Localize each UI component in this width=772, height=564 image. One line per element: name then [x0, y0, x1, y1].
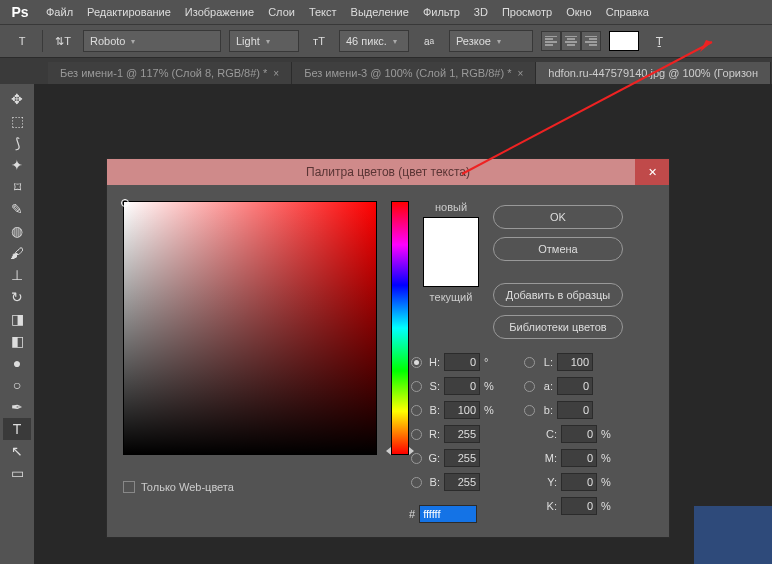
menu-layers[interactable]: Слои — [268, 6, 295, 18]
font-size-dropdown[interactable]: 46 пикс.▾ — [339, 30, 409, 52]
aa-icon: aa — [417, 29, 441, 53]
warp-text-icon[interactable]: Ṯ — [647, 29, 671, 53]
document-tabs: Без имени-1 @ 117% (Слой 8, RGB/8#) *× Б… — [0, 58, 772, 84]
crop-tool-icon[interactable]: ⌑ — [3, 176, 31, 198]
tools-panel: ✥ ⬚ ⟆ ✦ ⌑ ✎ ◍ 🖌 ⊥ ↻ ◨ ◧ ● ○ ✒ T ↖ ▭ — [0, 84, 34, 484]
radio-l[interactable] — [524, 357, 535, 368]
dodge-tool-icon[interactable]: ○ — [3, 374, 31, 396]
g-input[interactable] — [444, 449, 480, 467]
gradient-tool-icon[interactable]: ◧ — [3, 330, 31, 352]
doc-tab-3[interactable]: hdfon.ru-447579140.jpg @ 100% (Горизон — [536, 62, 771, 84]
radio-lab-b[interactable] — [524, 405, 535, 416]
cancel-button[interactable]: Отмена — [493, 237, 623, 261]
close-icon[interactable]: × — [273, 68, 279, 79]
hue-slider[interactable] — [391, 201, 409, 455]
app-logo: Ps — [8, 2, 32, 22]
options-bar: T ⇅T Roboto▾ Light▾ тТ 46 пикс.▾ aa Резк… — [0, 24, 772, 58]
blur-tool-icon[interactable]: ● — [3, 352, 31, 374]
doc-tab-1[interactable]: Без имени-1 @ 117% (Слой 8, RGB/8#) *× — [48, 62, 292, 84]
new-label: новый — [435, 201, 467, 213]
ok-button[interactable]: OK — [493, 205, 623, 229]
r-input[interactable] — [444, 425, 480, 443]
hue-marker — [386, 447, 414, 455]
align-right-icon[interactable] — [581, 31, 601, 51]
add-swatch-button[interactable]: Добавить в образцы — [493, 283, 623, 307]
menu-edit[interactable]: Редактирование — [87, 6, 171, 18]
lasso-tool-icon[interactable]: ⟆ — [3, 132, 31, 154]
a-input[interactable] — [557, 377, 593, 395]
hex-label: # — [409, 508, 415, 520]
history-brush-icon[interactable]: ↻ — [3, 286, 31, 308]
hex-input[interactable] — [419, 505, 477, 523]
radio-r[interactable] — [411, 429, 422, 440]
menu-file[interactable]: Файл — [46, 6, 73, 18]
color-libraries-button[interactable]: Библиотеки цветов — [493, 315, 623, 339]
new-color-swatch — [424, 218, 478, 252]
move-tool-icon[interactable]: ✥ — [3, 88, 31, 110]
brush-tool-icon[interactable]: 🖌 — [3, 242, 31, 264]
current-label: текущий — [430, 291, 473, 303]
eraser-tool-icon[interactable]: ◨ — [3, 308, 31, 330]
align-center-icon[interactable] — [561, 31, 581, 51]
rectangle-tool-icon[interactable]: ▭ — [3, 462, 31, 484]
menu-help[interactable]: Справка — [606, 6, 649, 18]
menu-view[interactable]: Просмотр — [502, 6, 552, 18]
b2-input[interactable] — [444, 473, 480, 491]
current-color-swatch[interactable] — [424, 252, 478, 286]
menu-window[interactable]: Окно — [566, 6, 592, 18]
menu-filter[interactable]: Фильтр — [423, 6, 460, 18]
orientation-icon[interactable]: ⇅T — [51, 29, 75, 53]
marquee-tool-icon[interactable]: ⬚ — [3, 110, 31, 132]
h-input[interactable] — [444, 353, 480, 371]
pen-tool-icon[interactable]: ✒ — [3, 396, 31, 418]
menu-3d[interactable]: 3D — [474, 6, 488, 18]
doc-tab-2[interactable]: Без имени-3 @ 100% (Слой 1, RGB/8#) *× — [292, 62, 536, 84]
dialog-titlebar[interactable]: Палитра цветов (цвет текста) ✕ — [107, 159, 669, 185]
k-input[interactable] — [561, 497, 597, 515]
radio-a[interactable] — [524, 381, 535, 392]
web-colors-checkbox[interactable] — [123, 481, 135, 493]
dialog-title: Палитра цветов (цвет текста) — [306, 165, 470, 179]
b-input[interactable] — [444, 401, 480, 419]
align-left-icon[interactable] — [541, 31, 561, 51]
font-family-dropdown[interactable]: Roboto▾ — [83, 30, 221, 52]
font-weight-dropdown[interactable]: Light▾ — [229, 30, 299, 52]
radio-g[interactable] — [411, 453, 422, 464]
web-colors-label: Только Web-цвета — [141, 481, 234, 493]
close-icon[interactable]: × — [518, 68, 524, 79]
sv-cursor — [121, 199, 129, 207]
text-tool-icon[interactable]: T — [3, 418, 31, 440]
patch-tool-icon[interactable]: ◍ — [3, 220, 31, 242]
menubar: Ps Файл Редактирование Изображение Слои … — [0, 0, 772, 24]
wand-tool-icon[interactable]: ✦ — [3, 154, 31, 176]
antialias-dropdown[interactable]: Резкое▾ — [449, 30, 533, 52]
menu-image[interactable]: Изображение — [185, 6, 254, 18]
align-group — [541, 31, 601, 51]
image-thumbnail — [694, 506, 772, 564]
labb-input[interactable] — [557, 401, 593, 419]
c-input[interactable] — [561, 425, 597, 443]
path-tool-icon[interactable]: ↖ — [3, 440, 31, 462]
radio-b2[interactable] — [411, 477, 422, 488]
color-preview — [423, 217, 479, 287]
color-picker-dialog: Палитра цветов (цвет текста) ✕ новый тек… — [106, 158, 670, 538]
m-input[interactable] — [561, 449, 597, 467]
separator — [42, 30, 43, 52]
y-input[interactable] — [561, 473, 597, 491]
radio-b[interactable] — [411, 405, 422, 416]
size-icon: тТ — [307, 29, 331, 53]
close-button[interactable]: ✕ — [635, 159, 669, 185]
text-tool-icon: T — [10, 29, 34, 53]
eyedropper-tool-icon[interactable]: ✎ — [3, 198, 31, 220]
radio-s[interactable] — [411, 381, 422, 392]
menu-select[interactable]: Выделение — [351, 6, 409, 18]
stamp-tool-icon[interactable]: ⊥ — [3, 264, 31, 286]
menu-text[interactable]: Текст — [309, 6, 337, 18]
radio-h[interactable] — [411, 357, 422, 368]
l-input[interactable] — [557, 353, 593, 371]
text-color-swatch[interactable] — [609, 31, 639, 51]
s-input[interactable] — [444, 377, 480, 395]
saturation-value-field[interactable] — [123, 201, 377, 455]
